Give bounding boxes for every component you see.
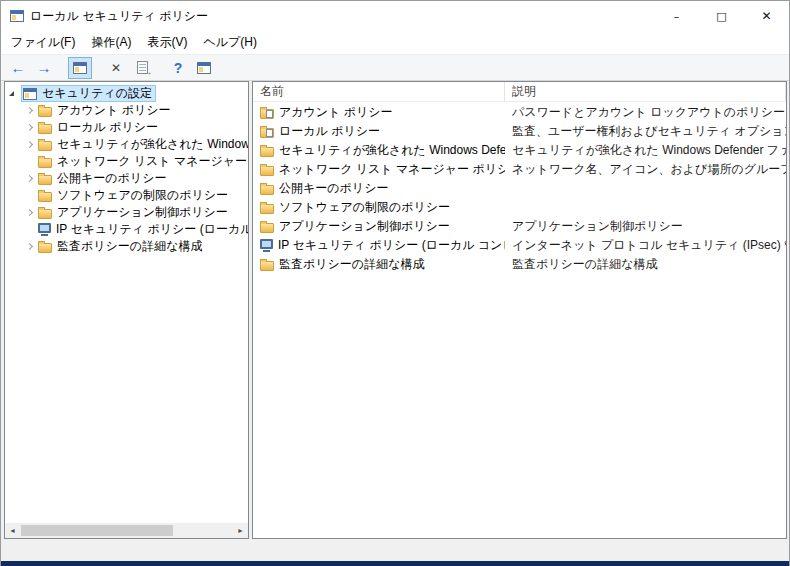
list-row-network-list-manager[interactable]: ネットワーク リスト マネージャー ポリシー ネットワーク名、アイコン、および場… [253, 160, 786, 179]
list-row-advanced-audit[interactable]: 監査ポリシーの詳細な構成 監査ポリシーの詳細な構成 [253, 255, 786, 274]
menu-help[interactable]: ヘルプ(H) [195, 31, 265, 54]
row-description: 監査、ユーザー権利およびセキュリティ オプションのポリ... [505, 123, 786, 140]
row-name: ネットワーク リスト マネージャー ポリシー [279, 161, 505, 178]
tree-item-advanced-audit[interactable]: 監査ポリシーの詳細な構成 [5, 238, 248, 255]
list-row-public-key-policies[interactable]: 公開キーのポリシー [253, 179, 786, 198]
toolbar: ← → ✕ ? [1, 54, 789, 81]
ipsec-computer-icon [260, 239, 273, 249]
folder-icon [260, 223, 274, 233]
list-row-account-policies[interactable]: アカウント ポリシー パスワードとアカウント ロックアウトのポリシー [253, 103, 786, 122]
policy-folder-icon [260, 109, 274, 119]
tree-item-label: ネットワーク リスト マネージャー ポリシー [57, 153, 248, 170]
console-window-icon [197, 62, 211, 74]
content-area: セキュリティの設定 アカウント ポリシー ローカル ポリシー セキュリテ [1, 81, 789, 539]
tree-item-software-restriction[interactable]: ソフトウェアの制限のポリシー [5, 187, 248, 204]
tree-selection-highlight: セキュリティの設定 [21, 85, 156, 102]
chevron-right-icon[interactable] [26, 243, 33, 250]
window-bottom-gap [1, 539, 789, 561]
tree-item-network-list-manager[interactable]: ネットワーク リスト マネージャー ポリシー [5, 153, 248, 170]
list-rows: アカウント ポリシー パスワードとアカウント ロックアウトのポリシー ローカル … [253, 102, 786, 274]
menubar: ファイル(F) 操作(A) 表示(V) ヘルプ(H) [1, 31, 789, 54]
row-name: アカウント ポリシー [279, 104, 393, 121]
forward-button[interactable]: → [32, 57, 56, 79]
chevron-right-icon[interactable] [26, 175, 33, 182]
row-name: 公開キーのポリシー [279, 180, 388, 197]
export-list-button[interactable] [130, 57, 154, 79]
chevron-right-icon[interactable] [26, 107, 33, 114]
security-settings-icon [23, 88, 37, 100]
menu-view[interactable]: 表示(V) [139, 31, 195, 54]
tree-item-ip-security[interactable]: IP セキュリティ ポリシー (ローカル コンピュータ [5, 221, 248, 238]
scrollbar-thumb[interactable] [21, 525, 173, 536]
folder-icon [260, 166, 274, 176]
window-accent-border [1, 561, 789, 566]
tree-item-label: セキュリティの設定 [42, 85, 152, 102]
console-window-button[interactable] [192, 57, 216, 79]
chevron-right-icon[interactable] [26, 124, 33, 131]
chevron-right-icon[interactable] [26, 141, 33, 148]
tree-item-label: セキュリティが強化された Windows Defen [57, 136, 248, 153]
folder-icon [260, 204, 274, 214]
tree-item-local-policies[interactable]: ローカル ポリシー [5, 119, 248, 136]
row-description: 監査ポリシーの詳細な構成 [505, 256, 786, 273]
chevron-right-icon[interactable] [26, 209, 33, 216]
row-name: セキュリティが強化された Windows Defender... [279, 142, 505, 159]
maximize-button[interactable]: □ [699, 1, 744, 31]
expanded-triangle-icon[interactable] [9, 91, 14, 96]
window-title: ローカル セキュリティ ポリシー [30, 8, 654, 25]
tree-item-windows-defender-firewall[interactable]: セキュリティが強化された Windows Defen [5, 136, 248, 153]
row-description: セキュリティが強化された Windows Defender ファイ... [505, 142, 786, 159]
row-name: 監査ポリシーの詳細な構成 [279, 256, 424, 273]
list-row-local-policies[interactable]: ローカル ポリシー 監査、ユーザー権利およびセキュリティ オプションのポリ... [253, 122, 786, 141]
back-arrow-icon: ← [11, 60, 26, 75]
column-header-name[interactable]: 名前 [253, 82, 505, 101]
tree-item-label: アプリケーション制御ポリシー [57, 204, 228, 221]
column-header-description[interactable]: 説明 [505, 82, 786, 101]
list-row-ip-security[interactable]: IP セキュリティ ポリシー (ローカル コンピューター) インターネット プロ… [253, 236, 786, 255]
local-security-policy-window: ローカル セキュリティ ポリシー – □ ✕ ファイル(F) 操作(A) 表示(… [0, 0, 790, 566]
tree-item-label: 監査ポリシーの詳細な構成 [57, 238, 202, 255]
scroll-right-arrow-icon[interactable]: ► [233, 523, 248, 538]
tree-item-label: ローカル ポリシー [57, 119, 158, 136]
row-name: ソフトウェアの制限のポリシー [279, 199, 450, 216]
close-button[interactable]: ✕ [744, 1, 789, 31]
list-row-windows-defender-firewall[interactable]: セキュリティが強化された Windows Defender... セキュリティが… [253, 141, 786, 160]
folder-icon [260, 261, 274, 271]
folder-icon [260, 185, 274, 195]
tree-item-security-settings[interactable]: セキュリティの設定 [5, 85, 248, 102]
folder-icon [38, 175, 52, 185]
folder-icon [38, 192, 52, 202]
tree-view: セキュリティの設定 アカウント ポリシー ローカル ポリシー セキュリテ [5, 82, 248, 509]
help-button[interactable]: ? [166, 57, 190, 79]
scrollbar-track[interactable] [20, 523, 233, 538]
back-button[interactable]: ← [6, 57, 30, 79]
app-icon [10, 10, 24, 22]
policy-folder-icon [260, 128, 274, 138]
export-list-icon [137, 61, 148, 74]
folder-icon [38, 141, 52, 151]
tree-item-account-policies[interactable]: アカウント ポリシー [5, 102, 248, 119]
show-console-tree-button[interactable] [68, 57, 92, 79]
results-pane: 名前 説明 アカウント ポリシー パスワードとアカウント ロックアウトのポリシー… [252, 81, 787, 539]
tree-item-application-control[interactable]: アプリケーション制御ポリシー [5, 204, 248, 221]
tree-item-label: 公開キーのポリシー [57, 170, 166, 187]
scroll-left-arrow-icon[interactable]: ◄ [5, 523, 20, 538]
menu-file[interactable]: ファイル(F) [3, 31, 83, 54]
list-row-application-control[interactable]: アプリケーション制御ポリシー アプリケーション制御ポリシー [253, 217, 786, 236]
horizontal-scrollbar[interactable]: ◄ ► [5, 523, 248, 538]
row-description: パスワードとアカウント ロックアウトのポリシー [505, 104, 786, 121]
row-name: アプリケーション制御ポリシー [279, 218, 450, 235]
titlebar: ローカル セキュリティ ポリシー – □ ✕ [1, 1, 789, 31]
tree-item-label: アカウント ポリシー [57, 102, 171, 119]
folder-icon [38, 158, 52, 168]
folder-icon [38, 107, 52, 117]
delete-button[interactable]: ✕ [104, 57, 128, 79]
tree-item-public-key-policies[interactable]: 公開キーのポリシー [5, 170, 248, 187]
folder-icon [38, 124, 52, 134]
menu-action[interactable]: 操作(A) [83, 31, 139, 54]
list-row-software-restriction[interactable]: ソフトウェアの制限のポリシー [253, 198, 786, 217]
ipsec-computer-icon [38, 223, 51, 233]
minimize-button[interactable]: – [654, 1, 699, 31]
row-description: インターネット プロトコル セキュリティ (IPsec) 管理。ほ... [505, 237, 786, 254]
row-name: ローカル ポリシー [279, 123, 380, 140]
